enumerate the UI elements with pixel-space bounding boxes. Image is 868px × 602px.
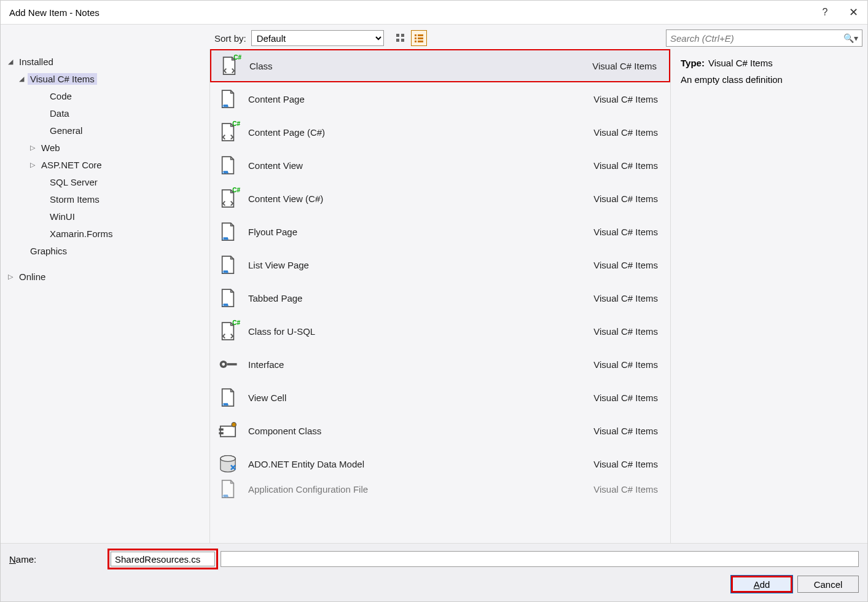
template-list[interactable]: C#ClassVisual C# Items< >Content PageVis… [210,49,670,543]
template-name: Interface [248,359,593,370]
template-category: Visual C# Items [593,160,658,171]
template-name: Content View (C#) [248,194,593,204]
template-icon [217,453,238,474]
tree-sqlserver[interactable]: SQL Server [1,173,209,190]
template-category: Visual C# Items [593,393,658,403]
search-icon[interactable]: 🔍▾ [843,33,858,43]
view-tiles-button[interactable] [393,30,409,46]
help-icon[interactable]: ? [811,7,839,18]
template-category: Visual C# Items [593,260,658,270]
template-name: Class for U-SQL [248,326,593,337]
info-panel: Type:Visual C# Items An empty class defi… [671,49,867,543]
svg-rect-25 [221,426,235,437]
svg-text:< >: < > [222,402,229,408]
template-item[interactable]: < >Content ViewVisual C# Items [210,149,670,182]
template-item[interactable]: < >Flyout PageVisual C# Items [210,215,670,248]
svg-text:< >: < > [222,270,229,275]
name-label: Name: [9,554,108,565]
tree-installed[interactable]: ◢Installed [1,53,209,70]
sort-by-label: Sort by: [214,33,246,44]
template-name: ADO.NET Entity Data Model [248,459,593,469]
svg-rect-1 [401,34,404,37]
svg-rect-8 [415,41,416,42]
name-input-ext[interactable] [221,551,859,567]
tree-data[interactable]: Data [1,104,209,122]
add-button[interactable]: Add [731,576,792,593]
template-category: Visual C# Items [593,359,658,370]
type-value: Visual C# Items [708,58,773,68]
template-icon: C# [219,55,240,76]
svg-rect-9 [418,41,423,42]
svg-rect-27 [219,432,223,434]
template-name: Flyout Page [248,227,593,237]
template-item[interactable]: C#ClassVisual C# Items [210,49,670,82]
svg-rect-4 [415,34,416,36]
template-icon: < > [217,155,238,176]
tree-online[interactable]: ▷Online [1,268,209,285]
svg-rect-5 [418,34,423,36]
template-name: Content Page (C#) [248,127,593,138]
svg-point-28 [232,423,236,427]
window-title: Add New Item - Notes [9,7,811,18]
template-icon: < > [217,287,238,308]
tree-code[interactable]: Code [1,87,209,104]
template-name: Content Page [248,94,593,104]
toolbar: Sort by: Default 🔍▾ [1,25,867,49]
name-input[interactable] [111,552,215,566]
tree-web[interactable]: ▷Web [1,139,209,156]
tree-aspnet[interactable]: ▷ASP.NET Core [1,156,209,173]
svg-rect-6 [415,37,416,39]
view-list-button[interactable] [411,30,427,46]
template-icon: < > [217,387,238,408]
template-name: Class [249,61,592,71]
template-item[interactable]: < >View CellVisual C# Items [210,381,670,414]
template-item[interactable]: C#Class for U-SQLVisual C# Items [210,315,670,348]
cancel-button[interactable]: Cancel [797,576,859,593]
template-item[interactable]: < >Content PageVisual C# Items [210,82,670,115]
template-icon: < > [217,88,238,109]
template-icon: C# [217,122,238,143]
tree-graphics[interactable]: Graphics [1,242,209,259]
tree-csharp-items[interactable]: ◢Visual C# Items [1,70,209,87]
template-item[interactable]: < >Tabbed PageVisual C# Items [210,281,670,315]
search-input[interactable] [670,33,843,44]
template-category: Visual C# Items [593,293,658,303]
template-name: Tabbed Page [248,293,593,303]
svg-text:< >: < > [222,170,229,176]
svg-rect-3 [401,39,404,42]
template-name: Content View [248,160,593,171]
template-item[interactable]: < >List View PageVisual C# Items [210,248,670,281]
tree-winui[interactable]: WinUI [1,208,209,225]
template-name: Application Configuration File [248,484,593,495]
search-box[interactable]: 🔍▾ [666,29,862,47]
template-category: Visual C# Items [592,61,657,71]
template-category: Visual C# Items [593,326,658,337]
svg-rect-0 [396,34,399,37]
template-icon: C# [217,321,238,342]
template-item[interactable]: C#Content Page (C#)Visual C# Items [210,115,670,149]
template-item[interactable]: Component ClassVisual C# Items [210,414,670,447]
template-item[interactable]: C#Content View (C#)Visual C# Items [210,182,670,215]
svg-rect-26 [219,428,223,431]
template-icon [217,354,238,375]
svg-text:< >: < > [222,237,229,242]
tree-storm[interactable]: Storm Items [1,190,209,208]
template-icon [217,420,238,441]
template-name: List View Page [248,260,593,270]
close-icon[interactable]: ✕ [839,6,867,19]
tree-xamarin[interactable]: Xamarin.Forms [1,225,209,242]
template-item[interactable]: < >Application Configuration FileVisual … [210,480,670,498]
svg-point-22 [222,363,225,366]
template-category: Visual C# Items [593,426,658,436]
template-icon: < > [217,479,238,499]
svg-text:< >: < > [222,494,229,499]
footer: Name: Add Cancel [1,543,867,601]
template-icon: < > [217,221,238,242]
tree-general[interactable]: General [1,122,209,139]
template-icon: < > [217,254,238,275]
template-item[interactable]: InterfaceVisual C# Items [210,348,670,381]
template-category: Visual C# Items [593,484,658,495]
template-item[interactable]: ADO.NET Entity Data ModelVisual C# Items [210,447,670,480]
type-description: An empty class definition [681,74,858,85]
sort-by-select[interactable]: Default [251,30,384,46]
